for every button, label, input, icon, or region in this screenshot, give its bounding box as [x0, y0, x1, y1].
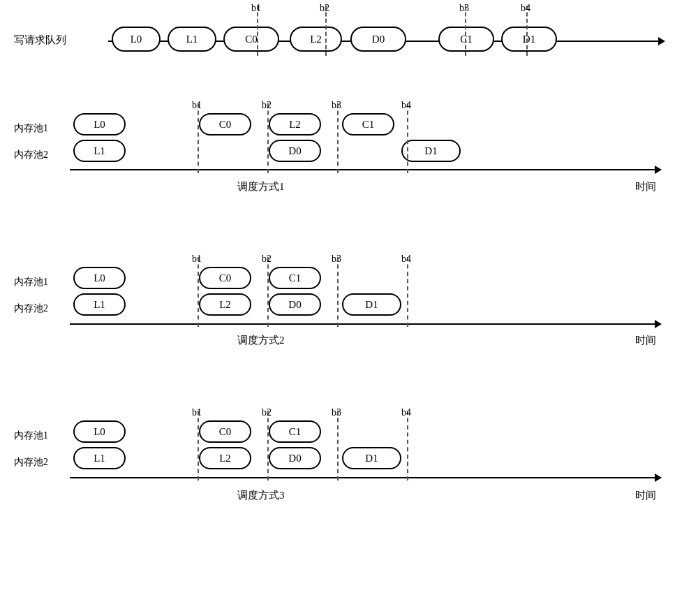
s2-vline-b3 [337, 257, 339, 327]
wq-pill-D1: D1 [501, 27, 557, 52]
s1-p2-D1: D1 [401, 140, 461, 162]
s1-label-b4: b4 [401, 100, 411, 111]
s3-time-label: 时间 [635, 489, 656, 502]
wq-pill-L2: L2 [290, 27, 342, 52]
s3-p2-L1: L1 [73, 447, 126, 469]
wq-label-b4: b4 [521, 3, 530, 14]
s3-label-b1: b1 [192, 407, 202, 418]
wq-pill-D0: D0 [350, 27, 406, 52]
s1-p2-L1: L1 [73, 140, 126, 162]
write-queue-label: 写请求队列 [14, 34, 66, 47]
s3-vline-b1 [198, 411, 199, 481]
s3-timeline [70, 477, 656, 478]
s3-p1-C0: C0 [199, 420, 251, 443]
s1-p1-C0: C0 [199, 113, 251, 135]
s1-time-label: 时间 [635, 180, 656, 193]
s3-p2-D1: D1 [342, 447, 401, 469]
s3-pool2-label: 内存池2 [14, 456, 48, 469]
s1-p1-L0: L0 [73, 113, 126, 135]
diagram-container: 写请求队列 L0 L1 C0 L2 D0 C1 D1 b1 b2 b3 b4 内… [0, 0, 698, 616]
s3-label-b2: b2 [262, 407, 272, 418]
s2-vline-b4 [407, 257, 408, 327]
s2-label-b3: b3 [332, 254, 341, 265]
wq-label-b1: b1 [251, 3, 261, 14]
s1-vline-b4 [407, 103, 408, 173]
s3-vline-b4 [407, 411, 408, 481]
s2-section-label: 调度方式2 [237, 334, 285, 347]
s1-p1-L2: L2 [269, 113, 321, 135]
s2-p2-L1: L1 [73, 293, 126, 316]
s2-pool1-label: 内存池1 [14, 276, 48, 288]
s2-p1-C0: C0 [199, 267, 251, 289]
s2-p1-C1: C1 [269, 267, 321, 289]
s1-label-b2: b2 [262, 100, 272, 111]
s3-p1-L0: L0 [73, 420, 126, 443]
s3-p2-L2: L2 [199, 447, 251, 469]
s2-timeline [70, 323, 656, 325]
s2-vline-b2 [267, 257, 269, 327]
wq-pill-C0: C0 [223, 27, 279, 52]
s2-label-b2: b2 [262, 254, 272, 265]
s2-label-b4: b4 [401, 254, 411, 265]
wq-label-b3: b3 [459, 3, 469, 14]
s1-vline-b1 [198, 103, 199, 173]
s3-vline-b3 [337, 411, 339, 481]
s1-pool1-label: 内存池1 [14, 122, 48, 135]
s2-p2-L2: L2 [199, 293, 251, 316]
s1-vline-b3 [337, 103, 339, 173]
wq-pill-L0: L0 [112, 27, 161, 52]
s3-section-label: 调度方式3 [237, 489, 285, 502]
wq-label-b2: b2 [320, 3, 329, 14]
s2-p2-D1: D1 [342, 293, 401, 316]
s3-pool1-label: 内存池1 [14, 430, 48, 442]
s1-label-b1: b1 [192, 100, 202, 111]
s1-timeline [70, 169, 656, 170]
s2-p2-D0: D0 [269, 293, 321, 316]
s3-vline-b2 [267, 411, 269, 481]
s1-p2-D0: D0 [269, 140, 321, 162]
s1-pool2-label: 内存池2 [14, 149, 48, 161]
s2-pool2-label: 内存池2 [14, 302, 48, 315]
wq-pill-L1: L1 [168, 27, 216, 52]
s3-label-b4: b4 [401, 407, 411, 418]
s1-vline-b2 [267, 103, 269, 173]
s1-section-label: 调度方式1 [237, 180, 285, 193]
s1-p1-C1: C1 [342, 113, 394, 135]
s3-p2-D0: D0 [269, 447, 321, 469]
s3-p1-C1: C1 [269, 420, 321, 443]
s2-label-b1: b1 [192, 254, 202, 265]
s1-label-b3: b3 [332, 100, 341, 111]
s2-p1-L0: L0 [73, 267, 126, 289]
s2-vline-b1 [198, 257, 199, 327]
s2-time-label: 时间 [635, 334, 656, 347]
wq-pill-C1: C1 [438, 27, 494, 52]
s3-label-b3: b3 [332, 407, 341, 418]
